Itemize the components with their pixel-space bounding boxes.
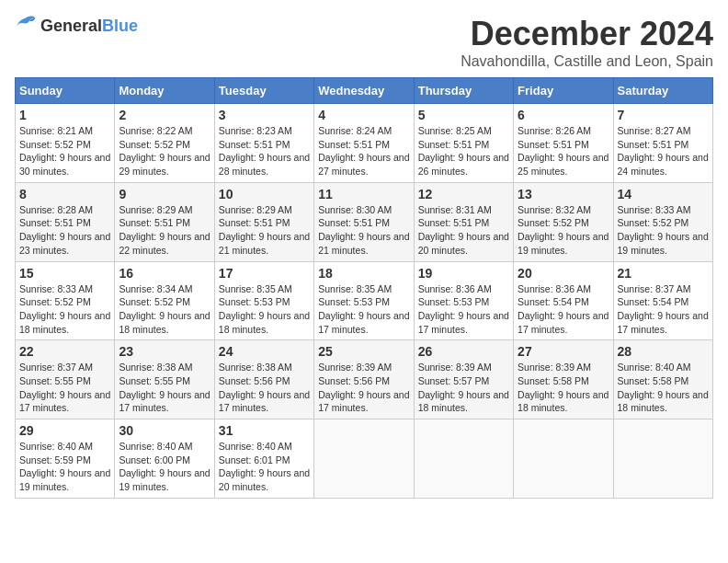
day-number: 24 [219, 344, 310, 359]
logo-text: GeneralBlue [40, 17, 138, 36]
day-number: 23 [119, 344, 210, 359]
day-info: Sunrise: 8:37 AM Sunset: 5:55 PM Dayligh… [19, 361, 110, 415]
week-row-3: 15 Sunrise: 8:33 AM Sunset: 5:52 PM Dayl… [16, 261, 713, 340]
calendar-cell: 13 Sunrise: 8:32 AM Sunset: 5:52 PM Dayl… [514, 182, 613, 261]
day-info: Sunrise: 8:36 AM Sunset: 5:54 PM Dayligh… [518, 282, 609, 337]
day-number: 31 [219, 423, 310, 438]
header-saturday: Saturday [613, 78, 712, 104]
day-number: 11 [318, 187, 409, 201]
day-info: Sunrise: 8:30 AM Sunset: 5:51 PM Dayligh… [318, 203, 409, 258]
calendar-cell: 23 Sunrise: 8:38 AM Sunset: 5:55 PM Dayl… [115, 340, 214, 419]
calendar-cell: 17 Sunrise: 8:35 AM Sunset: 5:53 PM Dayl… [214, 261, 313, 340]
day-info: Sunrise: 8:29 AM Sunset: 5:51 PM Dayligh… [219, 203, 310, 258]
calendar-cell: 31 Sunrise: 8:40 AM Sunset: 6:01 PM Dayl… [214, 419, 313, 499]
calendar-cell: 27 Sunrise: 8:39 AM Sunset: 5:58 PM Dayl… [514, 340, 613, 419]
calendar-cell: 30 Sunrise: 8:40 AM Sunset: 6:00 PM Dayl… [115, 419, 214, 499]
header-monday: Monday [115, 78, 214, 104]
title-section: December 2024 Navahondilla, Castille and… [461, 15, 713, 70]
day-info: Sunrise: 8:39 AM Sunset: 5:56 PM Dayligh… [318, 361, 409, 415]
day-number: 16 [119, 266, 210, 281]
day-number: 18 [318, 266, 409, 281]
calendar-cell: 1 Sunrise: 8:21 AM Sunset: 5:52 PM Dayli… [16, 104, 115, 183]
calendar-cell: 15 Sunrise: 8:33 AM Sunset: 5:52 PM Dayl… [16, 261, 115, 340]
day-number: 22 [19, 344, 110, 359]
calendar-cell [314, 419, 414, 499]
day-info: Sunrise: 8:28 AM Sunset: 5:51 PM Dayligh… [19, 203, 110, 258]
location-title: Navahondilla, Castille and Leon, Spain [461, 53, 713, 70]
week-row-2: 8 Sunrise: 8:28 AM Sunset: 5:51 PM Dayli… [16, 182, 713, 261]
calendar-cell [613, 419, 712, 499]
calendar-cell: 26 Sunrise: 8:39 AM Sunset: 5:57 PM Dayl… [414, 340, 513, 419]
day-info: Sunrise: 8:26 AM Sunset: 5:51 PM Dayligh… [518, 124, 609, 178]
day-info: Sunrise: 8:35 AM Sunset: 5:53 PM Dayligh… [219, 282, 310, 337]
logo-blue: Blue [102, 17, 138, 35]
header-tuesday: Tuesday [214, 78, 313, 104]
day-number: 3 [219, 108, 310, 122]
day-info: Sunrise: 8:38 AM Sunset: 5:55 PM Dayligh… [119, 361, 210, 415]
month-title: December 2024 [461, 15, 713, 53]
day-number: 25 [318, 344, 409, 359]
day-info: Sunrise: 8:39 AM Sunset: 5:58 PM Dayligh… [518, 361, 609, 415]
day-info: Sunrise: 8:33 AM Sunset: 5:52 PM Dayligh… [19, 282, 110, 337]
day-info: Sunrise: 8:40 AM Sunset: 6:00 PM Dayligh… [119, 440, 210, 494]
logo-icon [15, 15, 37, 37]
day-number: 1 [19, 108, 110, 122]
day-number: 26 [418, 344, 509, 359]
day-number: 21 [618, 266, 709, 281]
calendar-cell: 18 Sunrise: 8:35 AM Sunset: 5:53 PM Dayl… [314, 261, 414, 340]
day-info: Sunrise: 8:23 AM Sunset: 5:51 PM Dayligh… [219, 124, 310, 178]
header-wednesday: Wednesday [314, 78, 414, 104]
day-number: 13 [518, 187, 609, 201]
calendar-cell: 11 Sunrise: 8:30 AM Sunset: 5:51 PM Dayl… [314, 182, 414, 261]
calendar-cell: 28 Sunrise: 8:40 AM Sunset: 5:58 PM Dayl… [613, 340, 712, 419]
day-number: 29 [19, 423, 110, 438]
header-sunday: Sunday [16, 78, 115, 104]
calendar-cell: 29 Sunrise: 8:40 AM Sunset: 5:59 PM Dayl… [16, 419, 115, 499]
day-info: Sunrise: 8:33 AM Sunset: 5:52 PM Dayligh… [618, 203, 709, 258]
header: GeneralBlue December 2024 Navahondilla, … [15, 15, 713, 70]
day-info: Sunrise: 8:36 AM Sunset: 5:53 PM Dayligh… [418, 282, 509, 337]
day-info: Sunrise: 8:27 AM Sunset: 5:51 PM Dayligh… [618, 124, 709, 178]
day-number: 9 [119, 187, 210, 201]
day-number: 19 [418, 266, 509, 281]
calendar-cell: 4 Sunrise: 8:24 AM Sunset: 5:51 PM Dayli… [314, 104, 414, 183]
day-number: 5 [418, 108, 509, 122]
calendar-cell: 21 Sunrise: 8:37 AM Sunset: 5:54 PM Dayl… [613, 261, 712, 340]
calendar-cell: 7 Sunrise: 8:27 AM Sunset: 5:51 PM Dayli… [613, 104, 712, 183]
header-thursday: Thursday [414, 78, 513, 104]
day-info: Sunrise: 8:38 AM Sunset: 5:56 PM Dayligh… [219, 361, 310, 415]
day-number: 15 [19, 266, 110, 281]
calendar-cell: 14 Sunrise: 8:33 AM Sunset: 5:52 PM Dayl… [613, 182, 712, 261]
day-info: Sunrise: 8:24 AM Sunset: 5:51 PM Dayligh… [318, 124, 409, 178]
calendar-cell: 16 Sunrise: 8:34 AM Sunset: 5:52 PM Dayl… [115, 261, 214, 340]
calendar-cell: 8 Sunrise: 8:28 AM Sunset: 5:51 PM Dayli… [16, 182, 115, 261]
day-number: 28 [618, 344, 709, 359]
day-info: Sunrise: 8:29 AM Sunset: 5:51 PM Dayligh… [119, 203, 210, 258]
day-info: Sunrise: 8:40 AM Sunset: 5:58 PM Dayligh… [618, 361, 709, 415]
calendar-cell: 9 Sunrise: 8:29 AM Sunset: 5:51 PM Dayli… [115, 182, 214, 261]
day-number: 10 [219, 187, 310, 201]
day-number: 8 [19, 187, 110, 201]
logo: GeneralBlue [15, 15, 138, 37]
day-info: Sunrise: 8:32 AM Sunset: 5:52 PM Dayligh… [518, 203, 609, 258]
day-info: Sunrise: 8:39 AM Sunset: 5:57 PM Dayligh… [418, 361, 509, 415]
day-number: 2 [119, 108, 210, 122]
day-number: 7 [618, 108, 709, 122]
calendar-cell: 20 Sunrise: 8:36 AM Sunset: 5:54 PM Dayl… [514, 261, 613, 340]
day-info: Sunrise: 8:35 AM Sunset: 5:53 PM Dayligh… [318, 282, 409, 337]
day-info: Sunrise: 8:34 AM Sunset: 5:52 PM Dayligh… [119, 282, 210, 337]
calendar-cell: 22 Sunrise: 8:37 AM Sunset: 5:55 PM Dayl… [16, 340, 115, 419]
day-number: 12 [418, 187, 509, 201]
calendar-cell: 2 Sunrise: 8:22 AM Sunset: 5:52 PM Dayli… [115, 104, 214, 183]
day-number: 20 [518, 266, 609, 281]
day-info: Sunrise: 8:37 AM Sunset: 5:54 PM Dayligh… [618, 282, 709, 337]
week-row-1: 1 Sunrise: 8:21 AM Sunset: 5:52 PM Dayli… [16, 104, 713, 183]
calendar-cell: 10 Sunrise: 8:29 AM Sunset: 5:51 PM Dayl… [214, 182, 313, 261]
week-row-4: 22 Sunrise: 8:37 AM Sunset: 5:55 PM Dayl… [16, 340, 713, 419]
day-info: Sunrise: 8:40 AM Sunset: 6:01 PM Dayligh… [219, 440, 310, 494]
header-friday: Friday [514, 78, 613, 104]
week-row-5: 29 Sunrise: 8:40 AM Sunset: 5:59 PM Dayl… [16, 419, 713, 499]
day-number: 17 [219, 266, 310, 281]
logo-general: General [40, 17, 102, 35]
day-info: Sunrise: 8:31 AM Sunset: 5:51 PM Dayligh… [418, 203, 509, 258]
